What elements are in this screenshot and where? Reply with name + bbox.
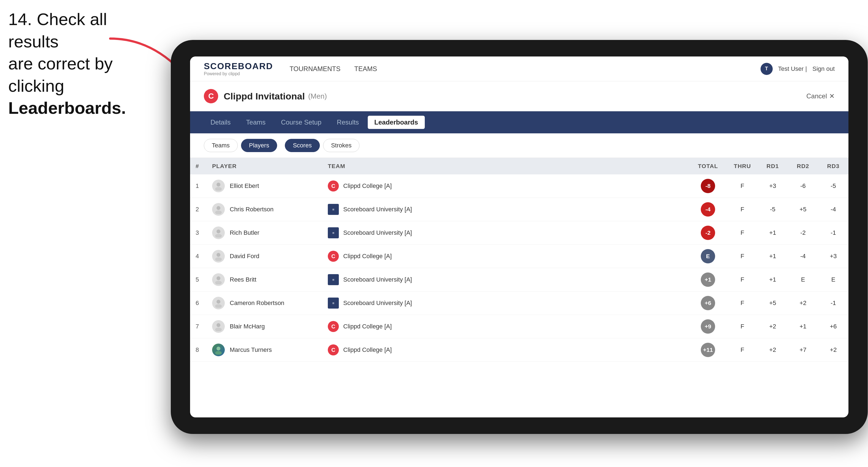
cell-rd1: +3: [757, 175, 788, 198]
cancel-button[interactable]: Cancel ✕: [806, 92, 835, 100]
team-name: Scoreboard University [A]: [343, 229, 412, 237]
player-avatar: [212, 344, 225, 356]
table-row: 2 Chris Robertson≡Scoreboard University …: [190, 198, 848, 221]
player-avatar: [212, 180, 225, 192]
player-name: Elliot Ebert: [230, 182, 259, 190]
cell-total: +11: [689, 338, 727, 362]
cell-rd2: -4: [788, 245, 818, 268]
team-logo: ≡: [328, 274, 339, 285]
team-name: Clippd College [A]: [343, 346, 392, 353]
svg-point-4: [215, 211, 222, 214]
table-row: 6 Cameron Robertson≡Scoreboard Universit…: [190, 291, 848, 315]
nav-links: TOURNAMENTS TEAMS: [289, 63, 760, 75]
table-row: 4 David FordCClippd College [A]EF+1-4+3: [190, 245, 848, 268]
col-rd2: RD2: [788, 158, 818, 175]
svg-point-13: [217, 323, 220, 327]
tab-course-setup[interactable]: Course Setup: [274, 116, 328, 129]
col-rd3: RD3: [818, 158, 848, 175]
score-badge: +6: [701, 296, 715, 310]
team-name: Clippd College [A]: [343, 253, 392, 260]
svg-point-1: [217, 183, 220, 187]
svg-point-3: [217, 206, 220, 210]
user-icon: T: [761, 63, 773, 75]
team-name: Clippd College [A]: [343, 182, 392, 190]
cell-rd2: E: [788, 268, 818, 291]
logo-area: SCOREBOARD Powered by clippd: [204, 61, 273, 76]
leaderboard-table-container: # PLAYER TEAM TOTAL THRU RD1 RD2 RD3 1 E…: [190, 158, 848, 417]
tab-leaderboards[interactable]: Leaderboards: [368, 116, 425, 129]
filter-teams[interactable]: Teams: [204, 139, 238, 152]
svg-point-6: [215, 234, 222, 238]
player-avatar: [212, 297, 225, 309]
score-badge: +11: [701, 343, 715, 357]
filter-strokes[interactable]: Strokes: [323, 139, 360, 152]
player-name: Rees Britt: [230, 276, 256, 283]
nav-tournaments[interactable]: TOURNAMENTS: [289, 63, 340, 75]
cell-rd2: +5: [788, 198, 818, 221]
cell-rd3: -1: [818, 221, 848, 245]
cell-thru: F: [727, 245, 757, 268]
cell-rd2: -6: [788, 175, 818, 198]
cell-team: CClippd College [A]: [322, 245, 689, 268]
svg-point-7: [217, 253, 220, 257]
filter-scores[interactable]: Scores: [285, 139, 319, 152]
player-avatar: [212, 273, 225, 286]
svg-point-8: [215, 257, 222, 261]
svg-point-5: [217, 229, 220, 234]
tab-teams[interactable]: Teams: [239, 116, 272, 129]
instruction-text: 14. Check all results are correct by cli…: [8, 8, 152, 119]
cell-total: +9: [689, 315, 727, 338]
col-player: PLAYER: [207, 158, 322, 175]
team-name: Clippd College [A]: [343, 323, 392, 330]
cell-rd1: +2: [757, 338, 788, 362]
cell-total: +6: [689, 291, 727, 315]
tab-bar: Details Teams Course Setup Results Leade…: [190, 111, 848, 133]
cell-player: Chris Robertson: [207, 198, 322, 221]
cell-rank: 7: [190, 315, 207, 338]
cell-team: CClippd College [A]: [322, 315, 689, 338]
tablet-screen: SCOREBOARD Powered by clippd TOURNAMENTS…: [190, 57, 848, 417]
svg-point-10: [215, 281, 222, 284]
logo-sub: Powered by clippd: [204, 71, 273, 76]
table-row: 1 Elliot EbertCClippd College [A]-8F+3-6…: [190, 175, 848, 198]
col-rank: #: [190, 158, 207, 175]
sign-out-link[interactable]: Sign out: [812, 65, 835, 72]
cell-thru: F: [727, 291, 757, 315]
cell-rd1: +1: [757, 245, 788, 268]
player-name: Marcus Turners: [230, 346, 272, 353]
score-badge: +1: [701, 273, 715, 287]
cell-rd1: +2: [757, 315, 788, 338]
tab-details[interactable]: Details: [204, 116, 237, 129]
cell-rd1: +1: [757, 268, 788, 291]
navbar: SCOREBOARD Powered by clippd TOURNAMENTS…: [190, 57, 848, 81]
table-header: # PLAYER TEAM TOTAL THRU RD1 RD2 RD3: [190, 158, 848, 175]
tournament-title: Clippd Invitational: [224, 91, 305, 102]
nav-teams[interactable]: TEAMS: [354, 63, 377, 75]
cell-rd1: +1: [757, 221, 788, 245]
player-avatar: [212, 226, 225, 239]
cell-team: ≡Scoreboard University [A]: [322, 291, 689, 315]
cell-player: Marcus Turners: [207, 338, 322, 362]
score-badge: +9: [701, 319, 715, 334]
logo-text: SCOREBOARD: [204, 61, 273, 71]
user-label: Test User |: [778, 65, 807, 72]
cell-rank: 5: [190, 268, 207, 291]
cell-rank: 4: [190, 245, 207, 268]
cell-rd2: +1: [788, 315, 818, 338]
nav-right: T Test User | Sign out: [761, 63, 835, 75]
cell-total: -8: [689, 175, 727, 198]
player-name: David Ford: [230, 253, 259, 260]
cell-rd2: +7: [788, 338, 818, 362]
team-name: Scoreboard University [A]: [343, 300, 412, 307]
cell-team: ≡Scoreboard University [A]: [322, 198, 689, 221]
filter-bar: Teams Players Scores Strokes: [190, 133, 848, 158]
cell-player: Rich Butler: [207, 221, 322, 245]
filter-players[interactable]: Players: [241, 139, 277, 152]
cell-thru: F: [727, 315, 757, 338]
cell-team: CClippd College [A]: [322, 338, 689, 362]
tab-results[interactable]: Results: [330, 116, 366, 129]
table-row: 3 Rich Butler≡Scoreboard University [A]-…: [190, 221, 848, 245]
player-avatar: [212, 250, 225, 262]
table-row: 5 Rees Britt≡Scoreboard University [A]+1…: [190, 268, 848, 291]
cell-rd1: +5: [757, 291, 788, 315]
